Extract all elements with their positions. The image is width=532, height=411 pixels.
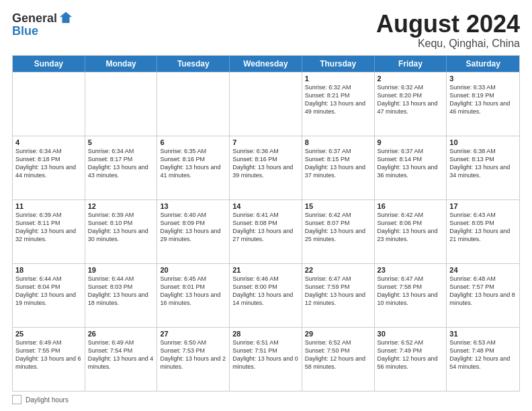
- cell-date: 9: [378, 138, 444, 146]
- cell-date: 26: [88, 330, 154, 338]
- header: General Blue August 2024 Kequ, Qinghai, …: [12, 11, 520, 50]
- calendar-cell: 6Sunrise: 6:35 AM Sunset: 8:16 PM Daylig…: [157, 136, 230, 199]
- cell-date: 12: [88, 202, 154, 210]
- calendar-cell: 31Sunrise: 6:53 AM Sunset: 7:48 PM Dayli…: [447, 328, 519, 391]
- cell-info: Sunrise: 6:32 AM Sunset: 8:20 PM Dayligh…: [378, 83, 444, 116]
- calendar-cell: 18Sunrise: 6:44 AM Sunset: 8:04 PM Dayli…: [13, 264, 85, 327]
- cell-info: Sunrise: 6:37 AM Sunset: 8:15 PM Dayligh…: [305, 147, 371, 180]
- cell-date: 5: [88, 138, 154, 146]
- calendar-cell: 23Sunrise: 6:47 AM Sunset: 7:58 PM Dayli…: [375, 264, 447, 327]
- cell-date: 24: [449, 266, 517, 274]
- cell-info: Sunrise: 6:47 AM Sunset: 7:59 PM Dayligh…: [305, 275, 371, 308]
- calendar-cell: 21Sunrise: 6:46 AM Sunset: 8:00 PM Dayli…: [230, 264, 302, 327]
- cell-date: 22: [305, 266, 371, 274]
- logo-blue: Blue: [12, 24, 73, 38]
- calendar-cell: 28Sunrise: 6:51 AM Sunset: 7:51 PM Dayli…: [230, 328, 302, 391]
- logo: General Blue: [12, 11, 73, 38]
- calendar-cell: 8Sunrise: 6:37 AM Sunset: 8:15 PM Daylig…: [302, 136, 375, 199]
- calendar-cell: 16Sunrise: 6:42 AM Sunset: 8:06 PM Dayli…: [375, 200, 447, 263]
- header-cell-sunday: Sunday: [13, 56, 85, 72]
- cell-info: Sunrise: 6:49 AM Sunset: 7:55 PM Dayligh…: [15, 338, 82, 371]
- calendar-cell: 4Sunrise: 6:34 AM Sunset: 8:18 PM Daylig…: [13, 136, 85, 199]
- cell-info: Sunrise: 6:44 AM Sunset: 8:04 PM Dayligh…: [15, 275, 82, 308]
- cell-date: 10: [449, 138, 517, 146]
- calendar: SundayMondayTuesdayWednesdayThursdayFrid…: [12, 55, 520, 392]
- header-cell-monday: Monday: [85, 56, 158, 72]
- logo-icon: [58, 11, 73, 26]
- calendar-cell: 24Sunrise: 6:48 AM Sunset: 7:57 PM Dayli…: [447, 264, 519, 327]
- logo-general: General: [12, 11, 57, 26]
- calendar-cell: [157, 73, 230, 136]
- calendar-cell: 3Sunrise: 6:33 AM Sunset: 8:19 PM Daylig…: [447, 73, 519, 136]
- cell-info: Sunrise: 6:52 AM Sunset: 7:50 PM Dayligh…: [305, 338, 371, 371]
- calendar-body: 1Sunrise: 6:32 AM Sunset: 8:21 PM Daylig…: [13, 72, 519, 391]
- cell-date: 4: [15, 138, 82, 146]
- calendar-cell: 25Sunrise: 6:49 AM Sunset: 7:55 PM Dayli…: [13, 328, 85, 391]
- cell-date: 31: [449, 330, 517, 338]
- calendar-cell: 29Sunrise: 6:52 AM Sunset: 7:50 PM Dayli…: [302, 328, 375, 391]
- cell-date: 19: [88, 266, 154, 274]
- calendar-cell: 2Sunrise: 6:32 AM Sunset: 8:20 PM Daylig…: [375, 73, 447, 136]
- cell-date: 11: [15, 202, 82, 210]
- calendar-cell: [230, 73, 302, 136]
- cell-date: 25: [15, 330, 82, 338]
- calendar-cell: 13Sunrise: 6:40 AM Sunset: 8:09 PM Dayli…: [157, 200, 230, 263]
- calendar-cell: 22Sunrise: 6:47 AM Sunset: 7:59 PM Dayli…: [302, 264, 375, 327]
- calendar-cell: 10Sunrise: 6:38 AM Sunset: 8:13 PM Dayli…: [447, 136, 519, 199]
- cell-date: 13: [160, 202, 226, 210]
- calendar-cell: 7Sunrise: 6:36 AM Sunset: 8:16 PM Daylig…: [230, 136, 302, 199]
- footer: Daylight hours: [12, 395, 520, 404]
- cell-date: 1: [305, 75, 371, 83]
- calendar-cell: 12Sunrise: 6:39 AM Sunset: 8:10 PM Dayli…: [85, 200, 158, 263]
- calendar-cell: 17Sunrise: 6:43 AM Sunset: 8:05 PM Dayli…: [447, 200, 519, 263]
- cell-info: Sunrise: 6:42 AM Sunset: 8:06 PM Dayligh…: [378, 211, 444, 244]
- cell-info: Sunrise: 6:51 AM Sunset: 7:51 PM Dayligh…: [232, 338, 299, 371]
- cell-date: 28: [232, 330, 299, 338]
- cell-info: Sunrise: 6:44 AM Sunset: 8:03 PM Dayligh…: [88, 275, 154, 308]
- cell-info: Sunrise: 6:45 AM Sunset: 8:01 PM Dayligh…: [160, 275, 226, 308]
- calendar-cell: 11Sunrise: 6:39 AM Sunset: 8:11 PM Dayli…: [13, 200, 85, 263]
- page: General Blue August 2024 Kequ, Qinghai, …: [0, 0, 532, 411]
- cell-date: 21: [232, 266, 299, 274]
- cell-info: Sunrise: 6:50 AM Sunset: 7:53 PM Dayligh…: [160, 338, 226, 371]
- cell-info: Sunrise: 6:39 AM Sunset: 8:11 PM Dayligh…: [15, 211, 82, 244]
- header-cell-tuesday: Tuesday: [157, 56, 230, 72]
- cell-info: Sunrise: 6:40 AM Sunset: 8:09 PM Dayligh…: [160, 211, 226, 244]
- cell-info: Sunrise: 6:33 AM Sunset: 8:19 PM Dayligh…: [449, 83, 517, 116]
- calendar-week-2: 11Sunrise: 6:39 AM Sunset: 8:11 PM Dayli…: [13, 199, 519, 263]
- cell-date: 2: [378, 75, 444, 83]
- calendar-cell: 30Sunrise: 6:52 AM Sunset: 7:49 PM Dayli…: [375, 328, 447, 391]
- cell-date: 23: [378, 266, 444, 274]
- cell-info: Sunrise: 6:47 AM Sunset: 7:58 PM Dayligh…: [378, 275, 444, 308]
- cell-info: Sunrise: 6:34 AM Sunset: 8:18 PM Dayligh…: [15, 147, 82, 180]
- cell-date: 20: [160, 266, 226, 274]
- cell-date: 30: [378, 330, 444, 338]
- header-cell-wednesday: Wednesday: [230, 56, 302, 72]
- calendar-cell: 15Sunrise: 6:42 AM Sunset: 8:07 PM Dayli…: [302, 200, 375, 263]
- calendar-cell: 27Sunrise: 6:50 AM Sunset: 7:53 PM Dayli…: [157, 328, 230, 391]
- calendar-cell: [13, 73, 85, 136]
- cell-info: Sunrise: 6:38 AM Sunset: 8:13 PM Dayligh…: [449, 147, 517, 180]
- calendar-cell: 20Sunrise: 6:45 AM Sunset: 8:01 PM Dayli…: [157, 264, 230, 327]
- cell-info: Sunrise: 6:46 AM Sunset: 8:00 PM Dayligh…: [232, 275, 299, 308]
- calendar-week-0: 1Sunrise: 6:32 AM Sunset: 8:21 PM Daylig…: [13, 72, 519, 136]
- calendar-cell: 19Sunrise: 6:44 AM Sunset: 8:03 PM Dayli…: [85, 264, 158, 327]
- cell-info: Sunrise: 6:41 AM Sunset: 8:08 PM Dayligh…: [232, 211, 299, 244]
- calendar-subtitle: Kequ, Qinghai, China: [376, 38, 520, 50]
- cell-info: Sunrise: 6:34 AM Sunset: 8:17 PM Dayligh…: [88, 147, 154, 180]
- cell-info: Sunrise: 6:32 AM Sunset: 8:21 PM Dayligh…: [305, 83, 371, 116]
- calendar-cell: 5Sunrise: 6:34 AM Sunset: 8:17 PM Daylig…: [85, 136, 158, 199]
- calendar-cell: [85, 73, 158, 136]
- cell-date: 8: [305, 138, 371, 146]
- cell-info: Sunrise: 6:39 AM Sunset: 8:10 PM Dayligh…: [88, 211, 154, 244]
- cell-date: 17: [449, 202, 517, 210]
- calendar-title: August 2024: [376, 11, 520, 38]
- cell-info: Sunrise: 6:49 AM Sunset: 7:54 PM Dayligh…: [88, 338, 154, 371]
- calendar-cell: 26Sunrise: 6:49 AM Sunset: 7:54 PM Dayli…: [85, 328, 158, 391]
- cell-info: Sunrise: 6:48 AM Sunset: 7:57 PM Dayligh…: [449, 275, 517, 308]
- cell-date: 14: [232, 202, 299, 210]
- header-cell-thursday: Thursday: [302, 56, 375, 72]
- cell-info: Sunrise: 6:53 AM Sunset: 7:48 PM Dayligh…: [449, 338, 517, 371]
- cell-date: 16: [378, 202, 444, 210]
- cell-date: 7: [232, 138, 299, 146]
